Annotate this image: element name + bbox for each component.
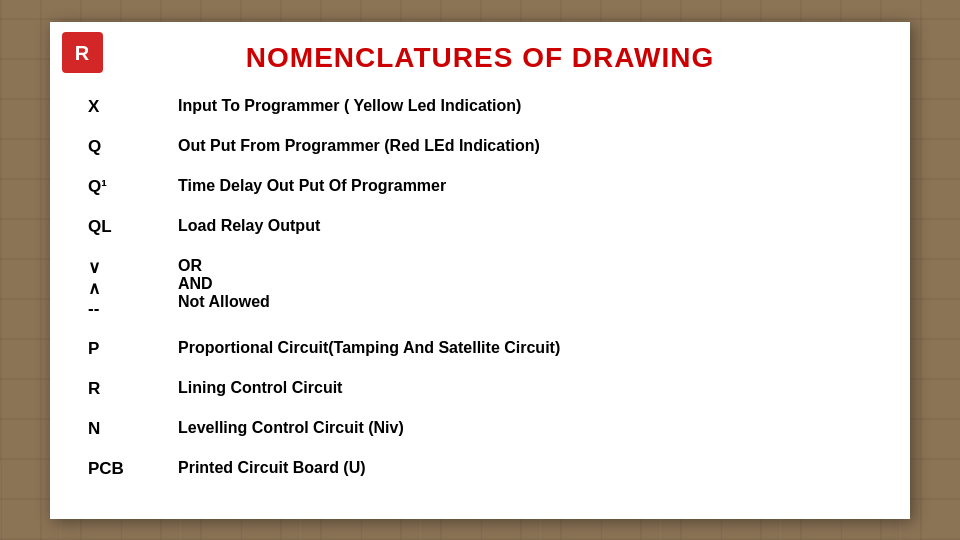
table-row: QOut Put From Programmer (Red LEd Indica… [80, 132, 880, 162]
svg-text:R: R [75, 42, 90, 64]
spacer-row [80, 364, 880, 374]
spacer-row [80, 202, 880, 212]
logo-area: R [60, 30, 105, 75]
spacer-row [80, 444, 880, 454]
table-row: Q¹Time Delay Out Put Of Programmer [80, 172, 880, 202]
spacer-row [80, 162, 880, 172]
spacer-row [80, 404, 880, 414]
spacer-row [80, 122, 880, 132]
table-row: RLining Control Circuit [80, 374, 880, 404]
table-row: QLLoad Relay Output [80, 212, 880, 242]
table-row: PProportional Circuit(Tamping And Satell… [80, 334, 880, 364]
page-title: NOMENCLATURES OF DRAWING [80, 42, 880, 74]
table-row: NLevelling Control Circuit (Niv) [80, 414, 880, 444]
logo-icon: R [60, 30, 105, 75]
table-row: ∨∧--ORANDNot Allowed [80, 252, 880, 324]
spacer-row [80, 484, 880, 494]
nomenclature-table: XInput To Programmer ( Yellow Led Indica… [80, 92, 880, 494]
page-container: R NOMENCLATURES OF DRAWING XInput To Pro… [50, 22, 910, 519]
spacer-row [80, 242, 880, 252]
spacer-row [80, 324, 880, 334]
table-row: PCBPrinted Circuit Board (U) [80, 454, 880, 484]
table-row: XInput To Programmer ( Yellow Led Indica… [80, 92, 880, 122]
